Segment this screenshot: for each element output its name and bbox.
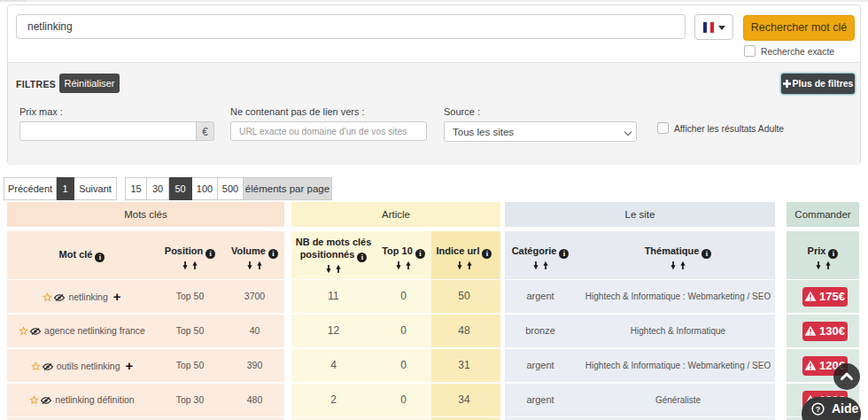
svg-text:?: ?: [816, 405, 820, 414]
